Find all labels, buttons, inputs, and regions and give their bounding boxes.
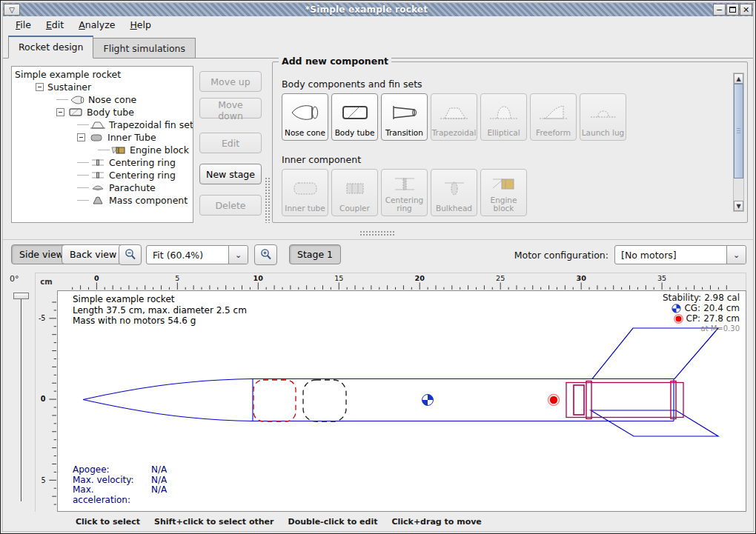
zoom-select[interactable]: Fit (60.4%) ⌄ [146,245,248,264]
window-menu-button[interactable]: ▽ [4,4,20,16]
tree-item-engine-block[interactable]: Engine block [12,144,193,156]
add-centering-ring-button[interactable]: Centering ring [381,169,428,216]
maximize-button[interactable] [726,4,739,16]
status-bar: Click to selectShift+click to select oth… [3,513,753,530]
add-transition-button[interactable]: Transition [381,93,428,141]
parachute-outline[interactable] [253,380,296,421]
add-coupler-button[interactable]: Coupler [331,169,378,216]
coupler-icon [333,172,377,204]
delete-button[interactable]: Delete [199,195,262,216]
add-trapezoidal-button[interactable]: Trapezoidal [431,93,477,141]
svg-text:20: 20 [415,274,425,282]
minimize-button[interactable]: ─ [713,4,726,16]
flight-info-value: N/A [151,485,167,505]
component-button-label: Inner tube [285,204,325,213]
add-component-title: Add new component [279,56,391,67]
tree-connector [77,124,89,125]
maximize-icon [729,7,736,13]
fin-elliptical-icon [482,96,525,129]
tree-item-centering-ring[interactable]: Centering ring [12,156,193,169]
move-up-button[interactable]: Move up [199,71,262,92]
add-launch-lug-button[interactable]: Launch lug [580,93,626,141]
scrollbar-thumb[interactable] [734,84,743,178]
tree-expander-icon[interactable] [36,83,44,91]
zoom-in-button[interactable] [254,244,277,265]
centering-ring-outline[interactable] [586,381,591,419]
add-engine-block-button[interactable]: Engine block [480,169,527,216]
tree-item-sustainer[interactable]: Sustainer [12,81,193,93]
rotation-slider-track[interactable] [21,296,22,501]
edit-button[interactable]: Edit [199,133,262,153]
add-inner-tube-button[interactable]: Inner tube [282,169,328,216]
add-component-panel: Add new component Body components and fi… [272,61,748,223]
engine-block-outline[interactable] [574,385,584,415]
tree-item-centering-ring[interactable]: Centering ring [12,169,193,181]
engineblock-icon [111,145,126,155]
tree-item-inner-tube[interactable]: Inner Tube [12,131,193,144]
flight-info-label: Max. velocity: [73,475,151,486]
menu-analyze[interactable]: Analyze [72,18,122,32]
add-freeform-button[interactable]: Freeform [530,93,577,141]
title-bar[interactable]: ▽ *Simple example rocket ─ ✕ [3,3,753,16]
new-stage-button[interactable]: New stage [199,164,262,184]
tab-bar: Rocket designFlight simulations [3,33,753,59]
tree-connector [77,162,89,163]
vertical-splitter-handle[interactable] [265,177,270,223]
finset-icon [90,120,105,130]
tree-item-label: Nose cone [88,94,136,105]
tree-connector [77,187,89,188]
scroll-down-icon[interactable]: ▼ [734,201,743,211]
add-elliptical-button[interactable]: Elliptical [480,93,527,141]
move-down-button[interactable]: Move down [199,98,262,119]
body-tube-outline[interactable] [83,379,674,421]
tree-expander-icon[interactable] [56,108,64,116]
cg-value: 20.4 cm [703,303,740,313]
rocket-design-canvas[interactable]: Simple example rocket Length 37.5 cm, ma… [57,290,746,512]
stage-1-toggle[interactable]: Stage 1 [289,244,341,264]
menu-help[interactable]: Help [123,18,158,32]
scroll-up-icon[interactable]: ▲ [734,73,743,84]
status-hint: Click+drag to move [391,517,481,527]
transition-icon [382,96,426,129]
tree-item-body-tube[interactable]: Body tube [12,106,193,119]
cg-marker[interactable] [422,395,434,406]
back-view-button[interactable]: Back view [62,244,125,264]
tab-flight-simulations[interactable]: Flight simulations [93,38,196,59]
menu-file[interactable]: File [9,18,38,32]
svg-text:0: 0 [94,274,99,282]
tree-item-mass-component[interactable]: Mass component [12,194,193,207]
mass-component-outline[interactable] [303,380,346,421]
tree-item-nose-cone[interactable]: Nose cone [12,93,193,106]
add-body-tube-button[interactable]: Body tube [331,93,378,141]
horizontal-splitter-handle[interactable] [359,230,395,236]
tree-item-trapezoidal-fin-set[interactable]: Trapezoidal fin set [12,119,193,131]
component-tree[interactable]: Simple example rocketSustainerNose coneB… [11,66,193,223]
cg-icon [672,304,681,313]
tree-item-parachute[interactable]: Parachute [12,181,193,194]
add-nose-cone-button[interactable]: Nose cone [282,93,328,141]
chevron-down-icon[interactable]: ⌄ [228,246,248,264]
add-bulkhead-button[interactable]: Bulkhead [431,169,477,216]
tree-item-simple-example-rocket[interactable]: Simple example rocket [12,68,193,81]
tab-rocket-design[interactable]: Rocket design [8,36,93,59]
close-button[interactable]: ✕ [740,4,752,16]
launch-lug-icon [581,96,625,129]
svg-text:5: 5 [175,274,179,282]
motor-configuration-select[interactable]: [No motors] ⌄ [614,245,746,264]
zoom-out-button[interactable] [119,244,142,265]
masscomponent-icon [90,196,105,205]
menu-edit[interactable]: Edit [39,18,70,32]
cp-marker[interactable] [548,395,560,406]
svg-text:25: 25 [496,274,505,282]
tree-item-label: Trapezoidal fin set [109,119,193,130]
tree-expander-icon[interactable] [77,133,85,141]
inner-tube-outline[interactable] [566,381,683,419]
rocket-info-text: Simple example rocket Length 37.5 cm, ma… [73,294,247,327]
svg-text:35: 35 [657,274,666,282]
rotation-slider-handle[interactable] [13,293,29,299]
component-scrollbar[interactable]: ▲ ▼ [733,73,744,212]
chevron-down-icon[interactable]: ⌄ [726,246,746,264]
motor-configuration-label: Motor configuration: [514,250,609,261]
window-title: *Simple example rocket [20,4,713,15]
svg-text:15: 15 [334,274,343,282]
